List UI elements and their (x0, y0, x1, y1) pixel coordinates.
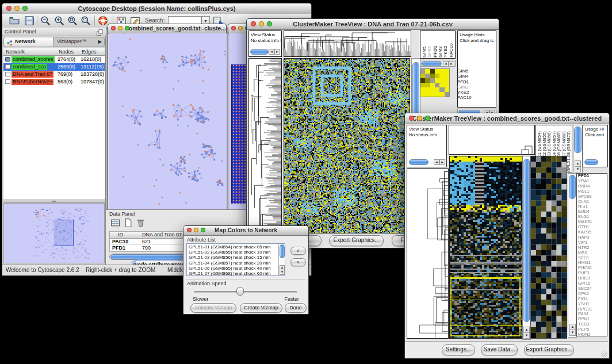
tv1-row-label[interactable]: GIM5 (457, 68, 493, 74)
birdseye-viewport-rect[interactable] (55, 220, 74, 246)
birdseye-view[interactable] (3, 203, 105, 263)
animation-slider-thumb[interactable] (236, 288, 244, 296)
attribute-item[interactable]: GPL51-07 (GSM868) heat shock 60 min (187, 271, 278, 276)
zoom-button[interactable] (125, 26, 129, 30)
network-list-row[interactable]: RNAPuberNov2+563(0)107847(0) (3, 78, 105, 86)
global-heatmap[interactable] (449, 156, 522, 339)
column-dendrogram[interactable] (449, 125, 535, 155)
row-dendrogram[interactable] (407, 168, 449, 339)
tv1-column-label[interactable]: PAC10 (449, 32, 454, 58)
tv1-collabel-scrollbar[interactable]: ◄ ► (420, 60, 456, 67)
tv1-row-label[interactable]: YKE2 (457, 90, 493, 95)
close-button[interactable] (251, 21, 256, 26)
tv1-column-label[interactable]: GIM4 (427, 32, 432, 58)
close-button[interactable] (231, 26, 236, 30)
global-heatmap[interactable] (284, 58, 410, 233)
resize-grip[interactable] (601, 351, 607, 357)
minimize-button[interactable] (118, 26, 123, 30)
minimize-button[interactable] (238, 26, 243, 30)
treeview2-titlebar[interactable]: ClusterMaker TreeView : combined_scores_… (405, 113, 609, 124)
save-data-button[interactable]: Save Data... (481, 344, 518, 355)
col-network[interactable]: Network (6, 49, 25, 55)
minimize-button[interactable] (14, 6, 20, 11)
scroll-right-arrow[interactable]: ► (274, 49, 280, 55)
zoom-button[interactable] (267, 21, 272, 26)
attribute-item[interactable]: GPL51-06 (GSM865) heat shock 40 min (187, 266, 278, 271)
animate-vizmap-button[interactable]: Animate Vizmap (190, 303, 236, 313)
col-nodes[interactable]: Nodes (59, 49, 74, 55)
zoom-out-icon[interactable] (40, 16, 51, 26)
column-dendrogram[interactable] (284, 30, 411, 57)
usage-hints-scrollbar[interactable] (584, 159, 598, 165)
zoom-button[interactable] (201, 228, 205, 232)
zoom-fit-icon[interactable] (81, 16, 91, 26)
attribute-item[interactable]: GPL51-01 (GSM854) heat shock 05 min (187, 244, 278, 250)
tv1-row-label[interactable]: GIM3 (457, 85, 493, 90)
move-down-button[interactable]: ∨ (290, 258, 306, 266)
move-up-button[interactable]: ∧ (290, 247, 306, 255)
settings-button[interactable]: Settings... (442, 344, 475, 355)
close-button[interactable] (187, 228, 192, 232)
heatmap-vscrollbar[interactable]: ▲ ▼ (522, 156, 531, 340)
close-button[interactable] (409, 116, 414, 121)
tv1-column-label[interactable]: YKE2 (443, 32, 448, 58)
export-graphics-button[interactable]: Export Graphics... (329, 235, 384, 246)
attribute-table-icon[interactable] (110, 218, 121, 228)
matrix-cell (425, 92, 430, 97)
collabel-vscrollbar[interactable]: ▲ ▼ (573, 125, 583, 174)
minimize-button[interactable] (417, 116, 422, 121)
tv1-column-label[interactable]: GIM3 (438, 32, 443, 58)
tv1-row-label[interactable]: PFD1 (457, 79, 493, 85)
col-edges[interactable]: Edges (82, 49, 97, 55)
attribute-listbox[interactable]: GPL51-01 (GSM854) heat shock 05 minGPL51… (186, 243, 285, 276)
close-button[interactable] (6, 6, 12, 11)
open-icon[interactable] (9, 16, 20, 26)
attribute-item[interactable]: GPL51-03 (GSM856) heat shock 15 min (187, 255, 278, 260)
new-attribute-icon[interactable] (123, 218, 133, 228)
save-icon[interactable] (24, 16, 35, 26)
zoom-heatmap[interactable] (530, 156, 567, 339)
tv2-gene-label[interactable]: MON2 (578, 332, 607, 336)
id-column-header[interactable]: ID (118, 232, 123, 237)
network-list-row[interactable]: combined_sco2569(6)13112(15) (3, 63, 105, 71)
zoom-matrix[interactable] (420, 68, 450, 97)
tv1-row-label[interactable]: GIM4 (457, 74, 493, 79)
network-canvas-1[interactable] (109, 33, 227, 211)
export-graphics-button[interactable]: Export Graphics... (524, 344, 574, 355)
tv1-column-label[interactable]: GIM5 (422, 32, 427, 58)
done-button[interactable]: Done (285, 303, 307, 313)
dialog-titlebar[interactable]: Map Colors to Network (183, 226, 308, 236)
delete-attribute-icon[interactable] (136, 218, 146, 228)
network-list-row[interactable]: combined_scores2764(0)16218(0) (3, 56, 105, 63)
close-button[interactable] (111, 26, 116, 30)
attribute-item[interactable]: GPL51-04 (GSM857) heat shock 20 min (187, 260, 278, 266)
attribute-item[interactable]: GPL51-02 (GSM855) heat shock 10 min (187, 250, 278, 255)
float-panel-icon[interactable] (96, 28, 104, 36)
cytoscape-titlebar[interactable]: Cytoscape Desktop (Session Name: collins… (2, 3, 311, 14)
zoom-in-icon[interactable] (54, 16, 64, 26)
treeview1-titlebar[interactable]: ClusterMaker TreeView : DNA and Tran 07-… (247, 19, 499, 30)
birdseye-canvas[interactable] (4, 204, 104, 263)
dense-network-cluster[interactable] (231, 64, 247, 204)
network-nodes: 2569(6) (58, 63, 75, 71)
animation-slider-track[interactable] (194, 291, 297, 293)
zoom-selected-icon[interactable] (67, 16, 78, 26)
view-status-scrollbar[interactable] (250, 49, 269, 55)
gene-list-scrollbar[interactable]: ▲ ▼ (568, 173, 577, 338)
row-dendrogram[interactable] (248, 58, 282, 233)
tab-overflow-arrow[interactable]: ▶ (98, 39, 102, 44)
help-icon[interactable] (98, 16, 108, 26)
tab-vizmapper[interactable]: VizMapper™ (54, 37, 95, 47)
tab-network[interactable]: Network (4, 37, 53, 47)
zoom-button[interactable] (425, 116, 430, 121)
tv1-column-label[interactable]: PFD1 (433, 32, 438, 58)
scroll-left-arrow[interactable]: ◄ (269, 49, 274, 55)
zoom-button[interactable] (22, 6, 28, 11)
minimize-button[interactable] (259, 21, 264, 26)
network-list-row[interactable]: DNA and Tran 07769(0)183728(0) (3, 71, 105, 78)
attribute-list-scrollbar[interactable]: ▲ ▼ (278, 244, 285, 275)
tv1-row-label[interactable]: PAC10 (457, 95, 493, 100)
minimize-button[interactable] (194, 228, 198, 232)
create-vizmap-button[interactable]: Create Vizmap (240, 303, 282, 313)
view-status-scrollbar[interactable] (409, 159, 429, 165)
